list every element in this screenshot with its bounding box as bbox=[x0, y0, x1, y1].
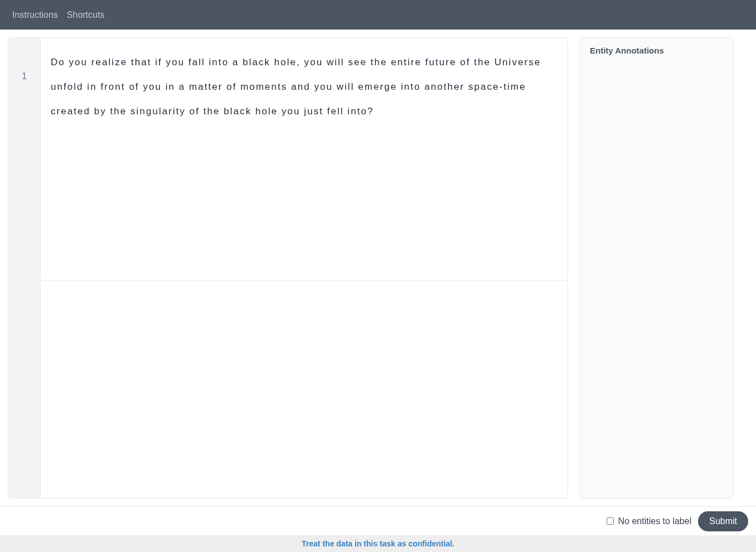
content-panel: 1 Do you realize that if you fall into a… bbox=[8, 37, 568, 498]
no-entities-checkbox[interactable] bbox=[607, 517, 614, 525]
annotation-text[interactable]: Do you realize that if you fall into a b… bbox=[41, 38, 568, 280]
no-entities-label[interactable]: No entities to label bbox=[618, 516, 692, 526]
entity-annotations-title: Entity Annotations bbox=[590, 46, 724, 55]
text-body-empty bbox=[41, 280, 568, 498]
no-entities-checkbox-wrap: No entities to label bbox=[607, 516, 692, 526]
bottom-bar: No entities to label Submit bbox=[0, 506, 756, 535]
line-number: 1 bbox=[8, 71, 40, 81]
confidential-text: Treat the data in this task as confident… bbox=[302, 539, 454, 548]
instructions-link[interactable]: Instructions bbox=[12, 10, 58, 20]
main-area: 1 Do you realize that if you fall into a… bbox=[0, 30, 756, 506]
submit-button[interactable]: Submit bbox=[698, 511, 748, 531]
shortcuts-link[interactable]: Shortcuts bbox=[67, 10, 105, 20]
line-gutter: 1 bbox=[8, 38, 41, 498]
entity-annotations-panel: Entity Annotations bbox=[579, 37, 734, 498]
confidential-bar: Treat the data in this task as confident… bbox=[0, 535, 756, 552]
text-body-wrap: Do you realize that if you fall into a b… bbox=[41, 38, 568, 498]
top-bar: Instructions Shortcuts bbox=[0, 0, 756, 30]
